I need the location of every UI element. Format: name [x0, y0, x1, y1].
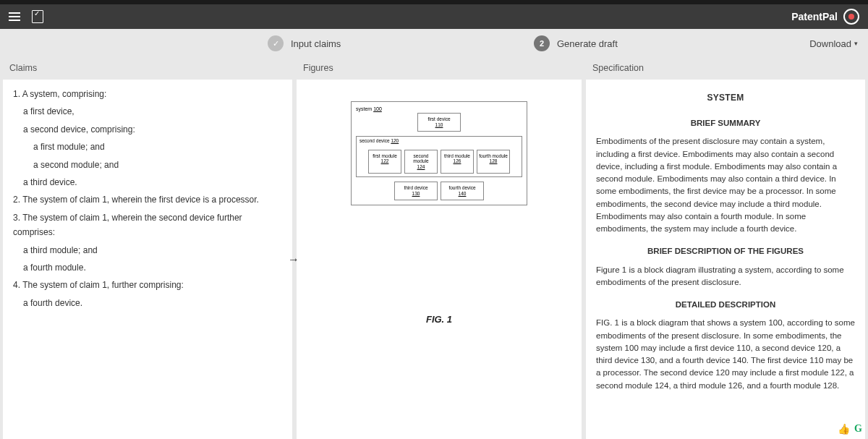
figure-caption: FIG. 1 — [340, 314, 538, 325]
module-box: second module 124 — [404, 150, 438, 174]
box-label: second module — [407, 153, 435, 165]
brand-logo-icon — [843, 9, 859, 25]
spec-heading-detailed: DETAILED DESCRIPTION — [596, 299, 855, 311]
menu-icon[interactable] — [9, 12, 20, 21]
spec-heading-summary: BRIEF SUMMARY — [596, 117, 855, 129]
claim-line: a fourth device. — [13, 296, 282, 310]
claim-line: a first module; and — [13, 140, 282, 154]
figure-1-diagram: system 100 first device 110 second devic… — [351, 101, 527, 205]
spec-heading-figures: BRIEF DESCRIPTION OF THE FIGURES — [596, 245, 855, 257]
floating-icons: 👍 G — [838, 423, 862, 435]
figure-canvas[interactable]: system 100 first device 110 second devic… — [297, 80, 582, 332]
box-label: fourth device — [443, 185, 482, 191]
system-label: system — [356, 106, 372, 111]
step-label: Input claims — [291, 38, 341, 49]
download-label: Download — [809, 38, 851, 49]
specification-body[interactable]: SYSTEM BRIEF SUMMARY Embodiments of the … — [586, 80, 865, 405]
system-ref: 100 — [373, 106, 382, 111]
box-ref: 128 — [479, 158, 508, 164]
claim-line: 1. A system, comprising: — [13, 87, 282, 101]
claim-line: 4. The system of claim 1, further compri… — [13, 278, 282, 292]
first-device-box: first device 110 — [417, 113, 461, 132]
specification-header: Specification — [586, 58, 865, 80]
box-ref: 120 — [391, 138, 399, 143]
box-ref: 124 — [407, 164, 435, 170]
claims-panel: Claims 1. A system, comprising: a first … — [3, 58, 292, 439]
figures-panel: Figures system 100 first device 110 seco… — [297, 58, 582, 439]
box-label: first device — [420, 116, 459, 122]
spec-paragraph: FIG. 1 is a block diagram that shows a s… — [596, 317, 855, 392]
claim-line: 3. The system of claim 1, wherein the se… — [13, 210, 282, 240]
claim-line: a fourth module. — [13, 260, 282, 275]
box-label: second device — [359, 138, 390, 143]
box-ref: 110 — [420, 122, 459, 128]
claim-line: a third device. — [13, 175, 282, 189]
spec-paragraph: Figure 1 is a block diagram illustrating… — [596, 264, 855, 289]
main-area: Claims 1. A system, comprising: a first … — [0, 58, 868, 439]
box-label: fourth module — [479, 153, 508, 159]
module-box: fourth module 128 — [477, 150, 510, 174]
claim-line: a second device, comprising: — [13, 122, 282, 137]
check-icon: ✓ — [268, 35, 284, 51]
box-ref: 140 — [443, 191, 482, 197]
claim-line: a first device, — [13, 104, 282, 119]
box-ref: 130 — [396, 191, 435, 197]
step-label: Generate draft — [557, 38, 618, 49]
grammarly-icon[interactable]: G — [854, 423, 862, 435]
chevron-down-icon: ▾ — [854, 40, 858, 47]
app-bar: PatentPal — [0, 4, 868, 29]
spec-paragraph: Embodiments of the present disclosure ma… — [596, 135, 855, 235]
step-number-icon: 2 — [534, 35, 550, 51]
claim-line: 2. The system of claim 1, wherein the fi… — [13, 192, 282, 207]
box-ref: 126 — [443, 158, 472, 164]
spec-title: SYSTEM — [596, 91, 855, 104]
third-device-box: third device 130 — [394, 182, 438, 200]
specification-panel: Specification SYSTEM BRIEF SUMMARY Embod… — [586, 58, 865, 439]
brand-name: PatentPal — [791, 11, 838, 22]
box-label: third module — [443, 153, 472, 159]
download-button[interactable]: Download ▾ — [809, 38, 858, 49]
fourth-device-box: fourth device 140 — [441, 182, 484, 200]
module-box: first module 122 — [368, 150, 401, 174]
claim-line: a second module; and — [13, 158, 282, 172]
claim-line: a third module; and — [13, 243, 282, 257]
module-box: third module 126 — [441, 150, 474, 174]
step-generate-draft[interactable]: 2 Generate draft — [534, 35, 618, 51]
claims-body[interactable]: 1. A system, comprising: a first device,… — [3, 80, 292, 320]
box-ref: 122 — [370, 158, 399, 164]
step-input-claims[interactable]: ✓ Input claims — [268, 35, 341, 51]
figures-header: Figures — [297, 58, 582, 80]
document-icon[interactable] — [32, 10, 43, 23]
box-label: first module — [370, 153, 399, 159]
box-label: third device — [396, 185, 435, 191]
thumbs-up-icon[interactable]: 👍 — [838, 423, 850, 435]
arrow-right-icon: → — [288, 253, 299, 266]
claims-header: Claims — [3, 58, 292, 80]
second-device-box: second device 120 first module 122 secon… — [356, 136, 522, 177]
stepper-row: ✓ Input claims 2 Generate draft Download… — [0, 29, 868, 58]
